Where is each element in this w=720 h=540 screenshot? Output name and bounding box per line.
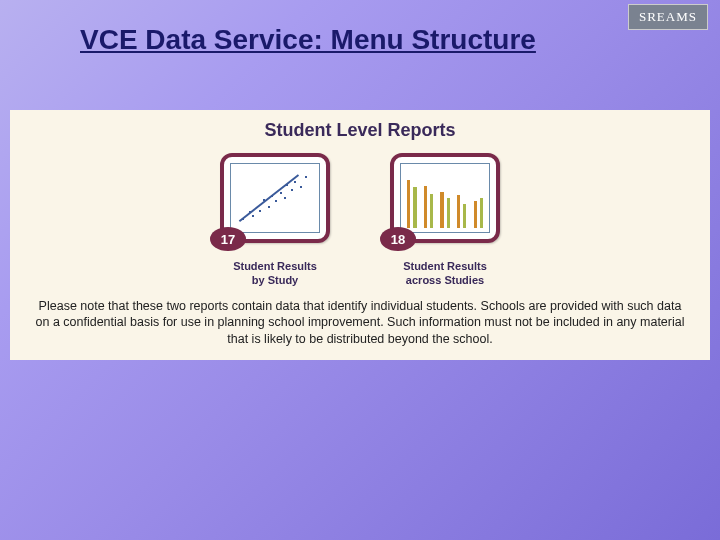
card-label: Student Results across Studies: [403, 259, 487, 288]
chart-frame-scatter: 17: [220, 153, 330, 243]
bar-chart-icon: [400, 163, 490, 233]
section-heading: Student Level Reports: [10, 120, 710, 141]
card-number-badge: 18: [380, 227, 416, 251]
card-results-by-study: 17 Student Results by Study: [205, 153, 345, 288]
brand-logo: SREAMS: [628, 4, 708, 30]
cards-row: 17 Student Results by Study: [10, 153, 710, 288]
content-panel: Student Level Reports: [10, 110, 710, 360]
chart-frame-bars: 18: [390, 153, 500, 243]
card-label: Student Results by Study: [233, 259, 317, 288]
card-results-across-studies: 18 Student Results across Studies: [375, 153, 515, 288]
footnote-text: Please note that these two reports conta…: [30, 298, 690, 349]
card-number-badge: 17: [210, 227, 246, 251]
page-title: VCE Data Service: Menu Structure: [80, 24, 536, 56]
scatter-chart-icon: [230, 163, 320, 233]
